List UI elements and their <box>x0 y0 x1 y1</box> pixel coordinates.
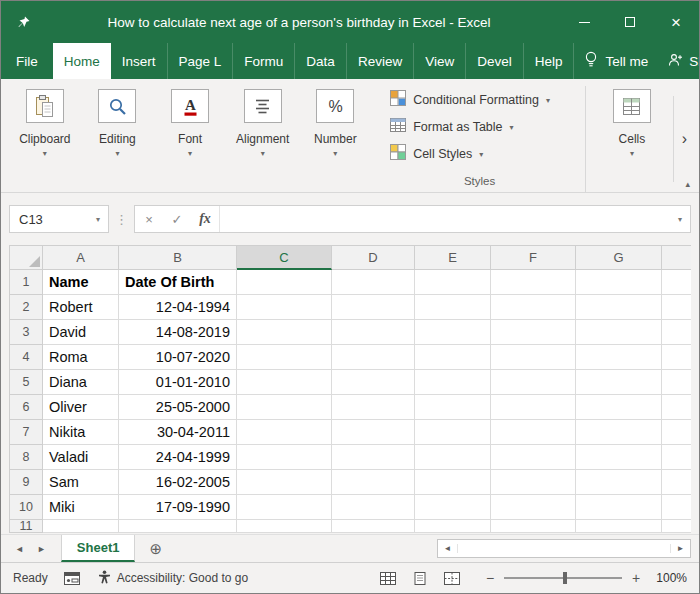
cell[interactable] <box>237 395 332 420</box>
cell[interactable] <box>491 520 576 533</box>
page-layout-view-button[interactable] <box>412 572 428 585</box>
cell[interactable] <box>576 270 662 295</box>
cell[interactable] <box>332 420 415 445</box>
cell[interactable] <box>491 395 576 420</box>
name-box-dropdown-icon[interactable]: ▾ <box>88 215 108 224</box>
cell[interactable] <box>415 320 491 345</box>
zoom-out-button[interactable]: − <box>486 570 494 586</box>
tab-page-layout[interactable]: Page L <box>168 43 234 79</box>
row-header[interactable]: 11 <box>10 520 43 533</box>
cell[interactable] <box>576 420 662 445</box>
horizontal-scrollbar[interactable]: ◄ ► <box>437 539 691 558</box>
cell[interactable] <box>237 295 332 320</box>
ribbon-expand-button[interactable]: › <box>674 130 695 148</box>
cell-b10[interactable]: 17-09-1990 <box>119 495 237 520</box>
cell[interactable] <box>662 270 691 295</box>
tab-data[interactable]: Data <box>295 43 347 79</box>
zoom-slider[interactable] <box>504 571 622 585</box>
minimize-button[interactable] <box>561 1 607 43</box>
tab-developer[interactable]: Devel <box>466 43 524 79</box>
tab-insert[interactable]: Insert <box>111 43 168 79</box>
tab-review[interactable]: Review <box>347 43 414 79</box>
cell[interactable] <box>491 495 576 520</box>
cell[interactable] <box>332 395 415 420</box>
cell[interactable] <box>662 345 691 370</box>
cell[interactable] <box>662 395 691 420</box>
cell[interactable] <box>491 320 576 345</box>
cell[interactable] <box>491 270 576 295</box>
sheet-tab-sheet1[interactable]: Sheet1 <box>61 535 136 562</box>
cell[interactable] <box>415 470 491 495</box>
cell[interactable] <box>662 520 691 533</box>
cell-a1[interactable]: Name <box>43 270 119 295</box>
select-all-corner[interactable] <box>10 246 43 270</box>
cell-a7[interactable]: Nikita <box>43 420 119 445</box>
cell[interactable] <box>237 520 332 533</box>
insert-function-button[interactable]: fx <box>191 211 219 227</box>
row-header[interactable]: 10 <box>10 495 43 520</box>
row-header[interactable]: 3 <box>10 320 43 345</box>
cell-b2[interactable]: 12-04-1994 <box>119 295 237 320</box>
cell[interactable] <box>491 420 576 445</box>
formula-bar-expand-icon[interactable]: ▾ <box>670 215 690 224</box>
cell[interactable] <box>415 520 491 533</box>
cell[interactable] <box>576 395 662 420</box>
cell[interactable] <box>415 395 491 420</box>
cell-styles-button[interactable]: Cell Styles ▾ <box>390 140 569 167</box>
cell[interactable] <box>576 445 662 470</box>
cell[interactable] <box>237 470 332 495</box>
cell-b7[interactable]: 30-04-2011 <box>119 420 237 445</box>
cell[interactable] <box>415 420 491 445</box>
scroll-left-icon[interactable]: ◄ <box>438 544 458 553</box>
ribbon-group-clipboard[interactable]: Clipboard ▾ <box>11 86 79 192</box>
cell[interactable] <box>415 495 491 520</box>
cell[interactable] <box>237 420 332 445</box>
cell[interactable] <box>662 420 691 445</box>
tab-formulas[interactable]: Formu <box>233 43 295 79</box>
cell[interactable] <box>332 520 415 533</box>
cancel-button[interactable]: × <box>135 212 163 227</box>
cell[interactable] <box>332 470 415 495</box>
cell[interactable] <box>662 470 691 495</box>
cell[interactable] <box>332 345 415 370</box>
normal-view-button[interactable] <box>380 572 396 585</box>
cell-a11[interactable] <box>43 520 119 533</box>
cell-a6[interactable]: Oliver <box>43 395 119 420</box>
ribbon-group-cells[interactable]: Cells ▾ <box>598 86 666 192</box>
pin-icon[interactable] <box>1 16 47 28</box>
cell[interactable] <box>415 370 491 395</box>
tab-view[interactable]: View <box>414 43 466 79</box>
cell[interactable] <box>415 345 491 370</box>
row-header[interactable]: 9 <box>10 470 43 495</box>
cell[interactable] <box>491 295 576 320</box>
cell[interactable] <box>491 370 576 395</box>
name-box[interactable]: C13 ▾ <box>9 205 109 233</box>
cell[interactable] <box>576 495 662 520</box>
cell-b9[interactable]: 16-02-2005 <box>119 470 237 495</box>
column-header-d[interactable]: D <box>332 246 415 270</box>
cell-a9[interactable]: Sam <box>43 470 119 495</box>
cell[interactable] <box>332 495 415 520</box>
row-header[interactable]: 2 <box>10 295 43 320</box>
zoom-slider-thumb[interactable] <box>563 572 567 584</box>
cell[interactable] <box>415 270 491 295</box>
cell[interactable] <box>237 270 332 295</box>
tab-home[interactable]: Home <box>53 43 111 79</box>
sheet-next-button[interactable]: ► <box>37 544 46 554</box>
cell[interactable] <box>332 295 415 320</box>
enter-button[interactable]: ✓ <box>163 212 191 227</box>
zoom-in-button[interactable]: + <box>632 570 640 586</box>
column-header-g[interactable]: G <box>576 246 662 270</box>
accessibility-status[interactable]: Accessibility: Good to go <box>98 570 248 587</box>
cell[interactable] <box>662 295 691 320</box>
cell[interactable] <box>491 345 576 370</box>
column-header-a[interactable]: A <box>43 246 119 270</box>
share-button[interactable]: Share <box>658 43 700 79</box>
row-header[interactable]: 1 <box>10 270 43 295</box>
column-header-b[interactable]: B <box>119 246 237 270</box>
cell[interactable] <box>576 345 662 370</box>
cell[interactable] <box>662 320 691 345</box>
row-header[interactable]: 5 <box>10 370 43 395</box>
cell-b8[interactable]: 24-04-1999 <box>119 445 237 470</box>
cell-a5[interactable]: Diana <box>43 370 119 395</box>
